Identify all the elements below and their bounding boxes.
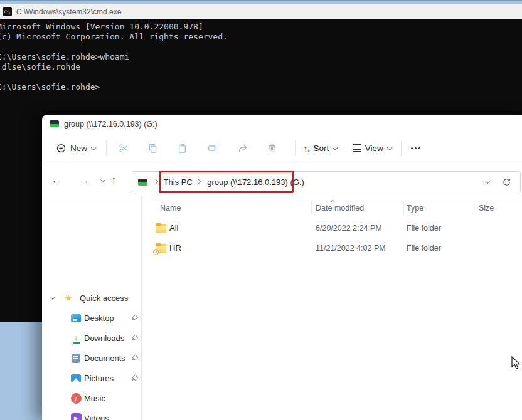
chevron-down-icon (387, 145, 392, 150)
desktop: C:\ C:\Windows\system32\cmd.exe Microsof… (0, 0, 522, 420)
explorer-content: ★ Quick access Desktop ↓ Downloads Docum… (42, 196, 522, 420)
breadcrumb-current-folder[interactable]: group (\\172.16.0.193) (G:) (203, 177, 308, 187)
address-bar[interactable]: This PC group (\\172.16.0.193) (G:) (132, 171, 521, 192)
column-header-size[interactable]: Size (479, 204, 494, 213)
pin-icon (130, 313, 139, 322)
up-icon[interactable]: ↑ (111, 175, 117, 186)
folder-icon (156, 224, 166, 233)
cmd-titlebar[interactable]: C:\ C:\Windows\system32\cmd.exe (0, 4, 522, 19)
navigation-bar: ← → ↑ This PC group (\\172.16.0.193) (G:… (42, 165, 522, 196)
cmd-title: C:\Windows\system32\cmd.exe (16, 8, 121, 16)
rename-icon[interactable] (207, 143, 218, 154)
column-divider[interactable] (403, 201, 404, 214)
chevron-right-icon (196, 179, 201, 184)
file-type: File folder (407, 224, 441, 233)
column-header-name[interactable]: Name (160, 204, 181, 213)
sidebar-item-documents[interactable]: Documents (42, 349, 141, 367)
chevron-down-icon (91, 145, 96, 150)
view-button-label: View (365, 144, 383, 153)
sort-button-label: Sort (314, 144, 329, 153)
cmd-output: Microsoft Windows [Version 10.0.22000.97… (0, 22, 522, 92)
column-divider[interactable] (311, 201, 312, 214)
chevron-right-icon (153, 179, 158, 184)
sidebar-item-pictures[interactable]: Pictures (42, 369, 141, 387)
sidebar-item-label: Videos (84, 414, 109, 420)
view-icon (353, 144, 361, 152)
new-button[interactable]: New (56, 143, 95, 154)
file-row-hr[interactable]: ? HR 11/21/2022 4:02 PM File folder (142, 238, 522, 258)
pin-icon (130, 333, 139, 342)
cmd-line: dlse\sofie.rohde (0, 62, 522, 72)
file-date-modified: 6/20/2022 2:24 PM (316, 224, 382, 233)
sidebar-item-label: Music (84, 394, 105, 403)
pin-icon (130, 374, 139, 382)
explorer-toolbar: New ↑↓ Sort View (42, 133, 522, 164)
question-badge-icon: ? (153, 249, 159, 255)
file-type: File folder (407, 244, 441, 253)
explorer-window: group (\\172.16.0.193) (G:) New ↑↓ Sort (42, 115, 522, 420)
chevron-expanded-icon[interactable] (50, 295, 55, 300)
sidebar-item-music[interactable]: ♪ Music (42, 389, 141, 407)
file-name[interactable]: All (169, 223, 178, 233)
sidebar-section-quick-access[interactable]: ★ Quick access (42, 289, 141, 307)
cmd-line: (c) Microsoft Corporation. All rights re… (0, 32, 522, 42)
sidebar-item-label: Documents (84, 354, 125, 363)
paste-icon[interactable] (177, 143, 188, 154)
explorer-tab-title: group (\\172.16.0.193) (G:) (64, 120, 157, 129)
file-list: Name Date modified Type Size All 6/20/20… (142, 196, 522, 420)
cut-icon[interactable] (119, 143, 129, 154)
cmd-line (0, 72, 522, 82)
sidebar-item-desktop[interactable]: Desktop (42, 309, 141, 327)
sidebar-item-label: Downloads (84, 333, 124, 343)
cmd-icon: C:\ (3, 7, 12, 16)
toolbar-separator (295, 141, 296, 156)
pin-icon (130, 354, 139, 362)
copy-icon[interactable] (147, 143, 158, 154)
column-header-date-modified[interactable]: Date modified (316, 204, 364, 213)
refresh-icon[interactable] (502, 177, 511, 187)
music-icon: ♪ (70, 392, 82, 404)
column-header-type[interactable]: Type (407, 204, 423, 213)
explorer-tab[interactable]: group (\\172.16.0.193) (G:) (42, 115, 522, 133)
sort-button[interactable]: ↑↓ Sort (304, 144, 336, 154)
downloads-icon: ↓ (70, 332, 82, 344)
videos-icon: ▶ (70, 412, 82, 420)
pictures-icon (70, 372, 82, 384)
back-icon[interactable]: ← (51, 175, 62, 186)
more-options-icon[interactable] (411, 147, 420, 149)
forward-icon[interactable]: → (79, 175, 90, 186)
column-divider[interactable] (476, 201, 476, 214)
network-drive-icon (50, 120, 59, 127)
view-button[interactable]: View (353, 144, 391, 153)
share-icon[interactable] (237, 143, 248, 154)
file-name[interactable]: HR (169, 243, 181, 253)
sort-icon: ↑↓ (304, 144, 310, 154)
desktop-icon (70, 312, 82, 323)
delete-icon[interactable] (267, 143, 277, 154)
toolbar-separator (106, 141, 107, 156)
mouse-cursor (511, 356, 521, 370)
sidebar: ★ Quick access Desktop ↓ Downloads Docum… (42, 196, 141, 420)
sidebar-section-label: Quick access (80, 293, 128, 303)
address-dropdown-icon[interactable] (485, 179, 490, 184)
cmd-prompt-line[interactable]: C:\Users\sofie.rohde> (0, 82, 522, 92)
star-icon: ★ (63, 292, 74, 303)
toolbar-separator (401, 141, 402, 156)
plus-circle-icon (56, 143, 67, 154)
sidebar-item-videos[interactable]: ▶ Videos (42, 409, 141, 420)
sidebar-item-label: Desktop (84, 313, 114, 323)
file-date-modified: 11/21/2022 4:02 PM (316, 244, 386, 253)
sidebar-item-downloads[interactable]: ↓ Downloads (42, 329, 141, 347)
cmd-line (0, 42, 522, 52)
new-button-label: New (70, 144, 87, 153)
chevron-down-icon (333, 145, 338, 150)
file-row-all[interactable]: All 6/20/2022 2:24 PM File folder (142, 218, 522, 238)
network-drive-icon (138, 179, 147, 186)
sidebar-item-label: Pictures (84, 374, 114, 383)
documents-icon (70, 352, 82, 364)
recent-locations-icon[interactable] (100, 177, 105, 182)
cmd-line: C:\Users\sofie.rohde>whoami (0, 52, 522, 62)
breadcrumb-this-pc[interactable]: This PC (160, 177, 196, 187)
cmd-line: Microsoft Windows [Version 10.0.22000.97… (0, 22, 522, 32)
